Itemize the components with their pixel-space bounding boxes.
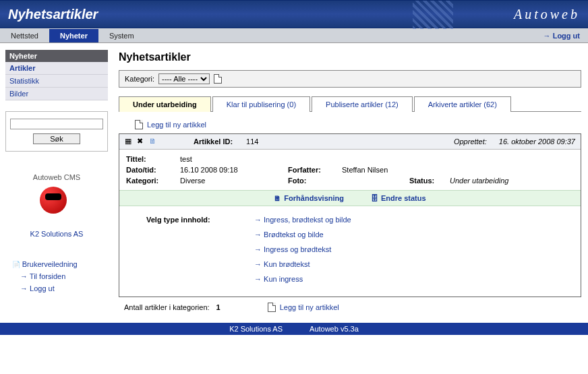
- title-value: test: [180, 155, 192, 163]
- content-type-label: Velg type innhold:: [146, 216, 241, 283]
- content-type-section: Velg type innhold: Ingress, brødtekst og…: [119, 206, 581, 297]
- cms-logo-icon: [40, 187, 74, 220]
- cms-company-link[interactable]: K2 Solutions AS: [5, 230, 108, 238]
- nav-nyheter[interactable]: Nyheter: [49, 29, 98, 42]
- tab-klar-til-publisering[interactable]: Klar til publisering (0): [212, 96, 310, 112]
- created-value: 16. oktober 2008 09:37: [499, 137, 575, 146]
- document-icon: [135, 120, 143, 129]
- photo-label: Foto:: [288, 177, 328, 185]
- sidebar-link-home[interactable]: Til forsiden: [5, 270, 108, 282]
- top-nav: Nettsted Nyheter System Logg ut: [0, 28, 588, 43]
- count-value: 1: [216, 303, 220, 311]
- page-icon[interactable]: 🗎: [149, 137, 158, 146]
- sidebar-link-guide[interactable]: Brukerveiledning: [5, 258, 108, 270]
- sidebar-item-artikler[interactable]: Artikler: [5, 62, 108, 75]
- tabs: Under utarbeiding Klar til publisering (…: [119, 96, 581, 112]
- grid-icon[interactable]: ▦: [125, 137, 134, 146]
- ct-item-4[interactable]: Kun ingress: [254, 275, 351, 283]
- ct-item-2[interactable]: Ingress og brødtekst: [254, 245, 351, 253]
- cms-block: Autoweb CMS K2 Solutions AS: [5, 173, 108, 238]
- nav-logout[interactable]: Logg ut: [543, 32, 588, 40]
- search-button[interactable]: Søk: [33, 133, 80, 144]
- main-heading: Nyhetsartikler: [119, 51, 581, 63]
- main-content: Nyhetsartikler Kategori: ---- Alle ---- …: [113, 43, 588, 323]
- title-label: Tittel:: [126, 155, 180, 163]
- change-status-link[interactable]: 🗄 Endre status: [371, 194, 426, 202]
- article-header: ▦ ✖ 🗎 Artikkel ID: 114 Opprettet: 16. ok…: [119, 134, 581, 150]
- author-label: Forfatter:: [288, 166, 342, 174]
- cat-value: Diverse: [180, 177, 288, 185]
- add-article-link-bottom[interactable]: Legg til ny artikkel: [268, 303, 339, 312]
- delete-icon[interactable]: ✖: [137, 137, 146, 146]
- sidebar-box-title: Nyheter: [5, 50, 108, 62]
- sidebar-links: Brukerveiledning Til forsiden Logg ut: [5, 258, 108, 294]
- list-footer: Antall artikler i kategorien: 1 Legg til…: [119, 297, 581, 317]
- date-value: 16.10 2008 09:18: [180, 166, 288, 174]
- tab-publiserte[interactable]: Publiserte artikler (12): [312, 96, 413, 112]
- nav-nettsted[interactable]: Nettsted: [0, 29, 49, 42]
- ct-item-3[interactable]: Kun brødtekst: [254, 260, 351, 268]
- preview-link[interactable]: 🗎 Forhåndsvisning: [274, 194, 344, 202]
- document-icon: [268, 303, 276, 312]
- footer-version: Autoweb v5.3a: [310, 325, 359, 333]
- nav-system[interactable]: System: [98, 29, 145, 42]
- preview-icon: 🗎: [274, 194, 281, 202]
- cat-label: Kategori:: [126, 177, 180, 185]
- article-id: 114: [246, 137, 258, 146]
- author-value: Steffan Nilsen: [342, 166, 388, 174]
- category-row: Kategori: ---- Alle ----: [119, 70, 581, 88]
- status-value: Under utarbeiding: [450, 177, 508, 185]
- footer-company: K2 Solutions AS: [229, 325, 283, 333]
- sidebar-item-bilder[interactable]: Bilder: [5, 88, 108, 100]
- sidebar-link-logout[interactable]: Logg ut: [5, 282, 108, 294]
- header-bar: Nyhetsartikler Autoweb: [0, 0, 588, 28]
- search-box: Søk: [5, 111, 108, 152]
- category-label: Kategori:: [125, 75, 154, 83]
- date-label: Dato/tid:: [126, 166, 180, 174]
- ct-item-1[interactable]: Brødtekst og bilde: [254, 230, 351, 239]
- article-meta: Tittel: test Dato/tid: 16.10 2008 09:18 …: [119, 150, 581, 190]
- article-id-label: Artikkel ID:: [194, 137, 233, 146]
- brand-label: Autoweb: [514, 7, 580, 22]
- status-icon: 🗄: [371, 194, 378, 202]
- new-doc-icon[interactable]: [214, 74, 222, 84]
- action-bar: 🗎 Forhåndsvisning 🗄 Endre status: [119, 190, 581, 206]
- ct-item-0[interactable]: Ingress, brødtekst og bilde: [254, 216, 351, 224]
- sidebar-item-statistikk[interactable]: Statistikk: [5, 75, 108, 88]
- header-decoration: [413, 1, 453, 29]
- article-box: ▦ ✖ 🗎 Artikkel ID: 114 Opprettet: 16. ok…: [119, 133, 581, 297]
- created-label: Opprettet:: [454, 137, 487, 146]
- sidebar-box: Nyheter Artikler Statistikk Bilder: [5, 50, 108, 100]
- status-label: Status:: [409, 177, 450, 185]
- count-label: Antall artikler i kategorien:: [124, 303, 210, 311]
- category-select[interactable]: ---- Alle ----: [158, 73, 210, 84]
- page-title: Nyhetsartikler: [8, 7, 98, 22]
- tab-under-utarbeiding[interactable]: Under utarbeiding: [119, 96, 211, 112]
- search-input[interactable]: [10, 119, 103, 129]
- photo-value: [328, 177, 409, 185]
- cms-label: Autoweb CMS: [5, 173, 108, 181]
- bottom-bar: K2 Solutions AS Autoweb v5.3a: [0, 323, 588, 335]
- add-article-link-top[interactable]: Legg til ny artikkel: [119, 116, 581, 133]
- sidebar: Nyheter Artikler Statistikk Bilder Søk A…: [0, 43, 113, 323]
- tab-arkiverte[interactable]: Arkiverte artikler (62): [414, 96, 511, 112]
